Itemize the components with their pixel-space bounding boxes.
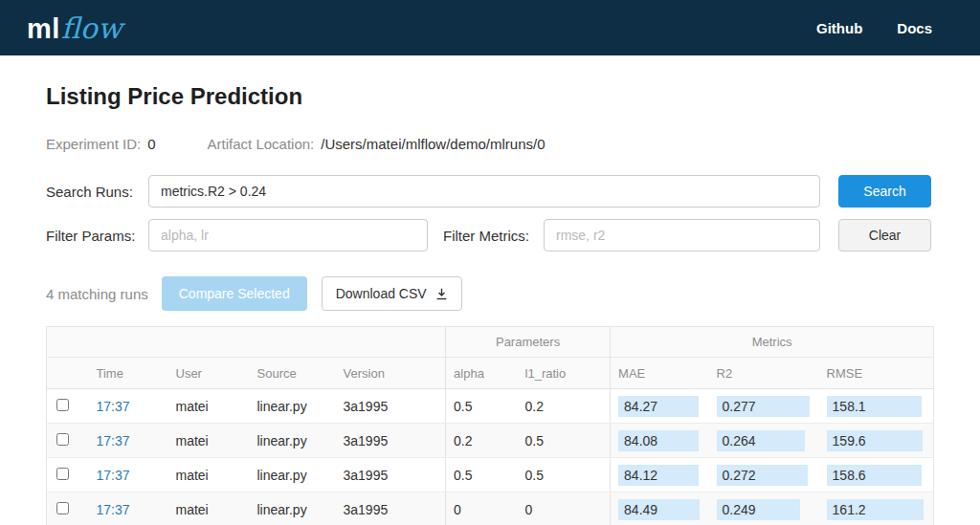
run-user: matei xyxy=(159,424,240,458)
column-header-version: Version xyxy=(326,358,446,389)
column-header-rmse: RMSE xyxy=(819,358,934,389)
run-user: matei xyxy=(159,492,240,525)
run-time-link[interactable]: 17:37 xyxy=(97,502,130,517)
run-checkbox[interactable] xyxy=(56,399,69,411)
run-metric-rmse-cell: 159.6 xyxy=(819,424,934,458)
run-metric-rmse-bar: 161.2 xyxy=(827,499,924,520)
app-header: ml flow Github Docs xyxy=(0,0,980,55)
search-runs-input[interactable] xyxy=(148,175,820,208)
filter-params-input[interactable] xyxy=(148,219,428,252)
run-metric-r2-bar: 0.249 xyxy=(717,499,800,520)
logo-ml-text: ml xyxy=(27,13,60,45)
search-button[interactable]: Search xyxy=(838,175,931,208)
run-param-alpha: 0.5 xyxy=(446,389,518,424)
run-checkbox-cell xyxy=(47,458,79,492)
run-metric-mae-cell: 84.49 xyxy=(611,492,709,525)
run-metric-rmse-cell: 161.2 xyxy=(819,492,934,525)
experiment-id-value: 0 xyxy=(147,136,155,152)
nav-link-docs[interactable]: Docs xyxy=(897,20,932,36)
column-header-checkbox xyxy=(47,358,79,389)
run-param-alpha: 0.2 xyxy=(446,424,518,458)
run-version: 3a1995 xyxy=(326,424,446,458)
run-version: 3a1995 xyxy=(326,458,446,492)
table-column-header-row: Time User Source Version alpha l1_ratio … xyxy=(47,358,934,389)
logo-flow-text: flow xyxy=(61,11,122,45)
filter-metrics-input[interactable] xyxy=(544,219,820,252)
run-checkbox[interactable] xyxy=(56,468,69,480)
actions-row: 4 matching runs Compare Selected Downloa… xyxy=(46,276,934,311)
filter-metrics-label: Filter Metrics: xyxy=(443,228,544,244)
run-param-alpha: 0 xyxy=(446,492,518,525)
mlflow-logo[interactable]: ml flow xyxy=(27,11,122,45)
run-time-cell: 17:37 xyxy=(79,492,159,525)
run-checkbox[interactable] xyxy=(56,502,69,514)
run-source: linear.py xyxy=(240,492,326,525)
column-header-user: User xyxy=(159,358,240,389)
run-source: linear.py xyxy=(240,458,326,492)
run-metric-r2-cell: 0.277 xyxy=(709,389,819,424)
run-time-link[interactable]: 17:37 xyxy=(97,468,130,483)
run-checkbox-cell xyxy=(47,424,79,458)
run-row: 17:37mateilinear.py3a19950084.490.249161… xyxy=(47,492,934,525)
run-time-link[interactable]: 17:37 xyxy=(97,399,130,414)
run-time-cell: 17:37 xyxy=(79,458,159,492)
run-time-cell: 17:37 xyxy=(79,424,159,458)
column-header-mae: MAE xyxy=(611,358,709,389)
header-nav: Github Docs xyxy=(816,20,932,36)
download-icon xyxy=(435,288,448,300)
run-param-l1-ratio: 0.5 xyxy=(518,424,611,458)
run-param-l1-ratio: 0.5 xyxy=(518,458,611,492)
run-version: 3a1995 xyxy=(326,389,446,424)
artifact-location-value: /Users/matei/mlflow/demo/mlruns/0 xyxy=(321,136,545,152)
run-metric-r2-bar: 0.277 xyxy=(717,396,810,417)
run-param-l1-ratio: 0 xyxy=(518,492,611,525)
run-param-alpha: 0.5 xyxy=(446,458,518,492)
run-checkbox[interactable] xyxy=(56,433,69,446)
run-checkbox-cell xyxy=(47,492,79,525)
run-metric-rmse-bar: 158.1 xyxy=(827,396,923,417)
run-metric-mae-bar: 84.49 xyxy=(618,499,700,520)
experiment-id-label: Experiment ID: xyxy=(46,136,141,152)
column-header-time: Time xyxy=(79,358,159,389)
column-header-r2: R2 xyxy=(709,358,819,389)
run-time-cell: 17:37 xyxy=(79,389,159,424)
run-metric-mae-cell: 84.12 xyxy=(611,458,709,492)
artifact-location-label: Artifact Location: xyxy=(208,136,315,152)
runs-table: Parameters Metrics Time User Source Vers… xyxy=(46,326,934,525)
artifact-location: Artifact Location: /Users/matei/mlflow/d… xyxy=(208,136,546,152)
experiment-meta: Experiment ID: 0 Artifact Location: /Use… xyxy=(46,136,934,152)
compare-selected-button[interactable]: Compare Selected xyxy=(162,276,307,311)
matching-runs-count: 4 matching runs xyxy=(46,286,148,302)
download-csv-label: Download CSV xyxy=(336,286,427,301)
run-user: matei xyxy=(159,389,240,424)
run-time-link[interactable]: 17:37 xyxy=(97,433,130,448)
run-checkbox-cell xyxy=(47,389,79,424)
run-metric-mae-bar: 84.27 xyxy=(618,396,699,417)
run-version: 3a1995 xyxy=(326,492,446,525)
clear-button[interactable]: Clear xyxy=(838,219,931,252)
nav-link-github[interactable]: Github xyxy=(816,20,862,36)
download-csv-button[interactable]: Download CSV xyxy=(322,276,462,311)
run-source: linear.py xyxy=(240,424,326,458)
run-metric-r2-cell: 0.264 xyxy=(709,424,819,458)
group-header-metrics: Metrics xyxy=(611,327,934,358)
column-header-source: Source xyxy=(240,358,326,389)
run-metric-r2-cell: 0.272 xyxy=(709,458,819,492)
experiment-id: Experiment ID: 0 xyxy=(46,136,156,152)
filter-params-label: Filter Params: xyxy=(46,228,148,244)
column-header-alpha: alpha xyxy=(446,358,518,389)
run-metric-rmse-bar: 158.6 xyxy=(827,465,923,486)
filter-row: Filter Params: Filter Metrics: Clear xyxy=(46,219,934,252)
search-runs-label: Search Runs: xyxy=(46,184,148,200)
runs-table-body: 17:37mateilinear.py3a19950.50.284.270.27… xyxy=(47,389,934,525)
table-group-header-row: Parameters Metrics xyxy=(47,327,934,358)
run-metric-rmse-cell: 158.6 xyxy=(819,458,934,492)
run-metric-mae-bar: 84.12 xyxy=(618,465,699,486)
group-header-parameters: Parameters xyxy=(446,327,611,358)
run-metric-r2-bar: 0.264 xyxy=(717,430,805,451)
column-header-l1-ratio: l1_ratio xyxy=(518,358,611,389)
run-metric-r2-cell: 0.249 xyxy=(709,492,819,525)
run-metric-mae-cell: 84.27 xyxy=(611,389,709,424)
page-title: Listing Price Prediction xyxy=(46,83,934,110)
search-row: Search Runs: Search xyxy=(46,175,934,208)
